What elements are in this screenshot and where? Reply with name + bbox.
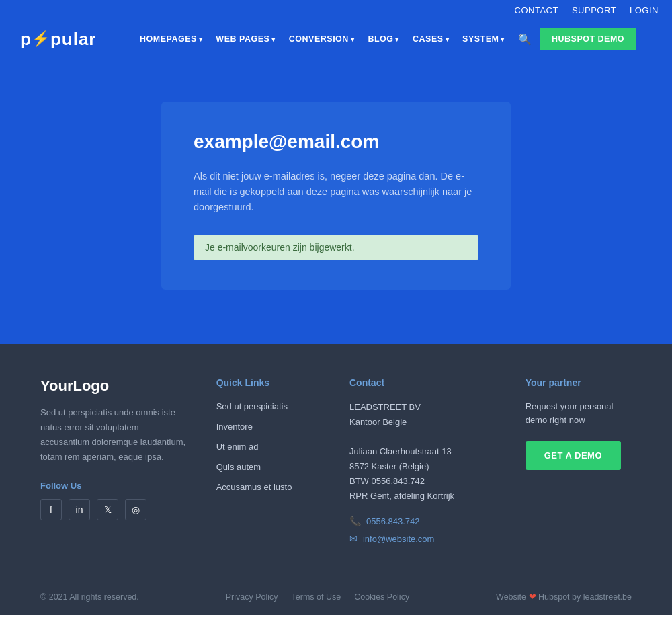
chevron-down-icon: ▾ (271, 36, 276, 43)
footer-bottom-links: Privacy Policy Terms of Use Cookies Poli… (226, 592, 409, 602)
hero-description: Als dit niet jouw e-mailadres is, negeer… (194, 169, 478, 216)
quicklink-4[interactable]: Quis autem (216, 462, 261, 472)
instagram-icon[interactable]: ◎ (125, 499, 146, 520)
terms-of-use-link[interactable]: Terms of Use (292, 592, 341, 602)
nav-homepages[interactable]: HOMEPAGES ▾ (134, 30, 208, 48)
chevron-down-icon: ▾ (199, 36, 203, 43)
footer-partner-text: Website ❤ Hubspot by leadstreet.be (496, 592, 632, 602)
footer: YourLogo Sed ut perspiciatis unde omnis … (0, 344, 672, 616)
chevron-down-icon: ▾ (501, 36, 505, 43)
contact-address: LEADSTREET BV Kantoor Belgie Juliaan Cla… (349, 400, 499, 504)
footer-grid: YourLogo Sed ut perspiciatis unde omnis … (40, 377, 632, 578)
nav-cases[interactable]: CASES ▾ (407, 30, 454, 48)
linkedin-icon[interactable]: in (69, 499, 90, 520)
hero-email: example@email.com (194, 131, 478, 153)
footer-col-partner: Your partner Request your personal demo … (526, 377, 632, 551)
footer-follow-title: Follow Us (40, 481, 190, 491)
email-icon: ✉ (349, 533, 358, 544)
top-bar: CONTACT SUPPORT LOGIN (0, 0, 672, 21)
footer-col-quicklinks: Quick Links Sed ut perspiciatis Inventor… (216, 377, 323, 551)
list-item: Quis autem (216, 461, 323, 473)
cookies-policy-link[interactable]: Cookies Policy (354, 592, 409, 602)
chevron-down-icon: ▾ (395, 36, 399, 43)
heart-icon: ❤ (529, 592, 538, 602)
footer-col-brand: YourLogo Sed ut perspiciatis unde omnis … (40, 377, 190, 551)
support-link[interactable]: SUPPORT (572, 5, 616, 15)
quicklink-3[interactable]: Ut enim ad (216, 442, 259, 452)
footer-description: Sed ut perspiciatis unde omnis iste natu… (40, 405, 190, 465)
list-item: Accusamus et iusto (216, 481, 323, 493)
list-item: Inventore (216, 420, 323, 432)
partner-title: Your partner (526, 377, 632, 388)
quicklink-1[interactable]: Sed ut perspiciatis (216, 401, 288, 411)
hubspot-demo-button[interactable]: HUBSPOT DEMO (540, 28, 636, 50)
list-item: Ut enim ad (216, 440, 323, 452)
get-demo-button[interactable]: GET A DEMO (526, 441, 621, 470)
nav-conversion[interactable]: CONVERSION ▾ (284, 30, 360, 48)
contact-phone[interactable]: 📞 0556.843.742 (349, 516, 499, 526)
list-item: Sed ut perspiciatis (216, 400, 323, 412)
quicklink-2[interactable]: Inventore (216, 422, 253, 432)
nav-webpages[interactable]: WEB PAGES ▾ (210, 30, 280, 48)
footer-bottom: © 2021 All rights reserved. Privacy Poli… (40, 578, 632, 615)
hero-success-message: Je e-mailvoorkeuren zijn bijgewerkt. (194, 235, 478, 260)
nav-blog[interactable]: BLOG ▾ (362, 30, 405, 48)
quicklink-5[interactable]: Accusamus et iusto (216, 482, 292, 492)
contact-link[interactable]: CONTACT (515, 5, 558, 15)
twitter-icon[interactable]: 𝕏 (97, 499, 118, 520)
quick-links-title: Quick Links (216, 377, 323, 388)
chevron-down-icon: ▾ (446, 36, 450, 43)
quick-links-list: Sed ut perspiciatis Inventore Ut enim ad… (216, 400, 323, 493)
facebook-icon[interactable]: f (40, 499, 62, 520)
nav-system[interactable]: SYSTEM ▾ (457, 30, 510, 48)
hero-card: example@email.com Als dit niet jouw e-ma… (161, 102, 511, 290)
social-icons: f in 𝕏 ◎ (40, 499, 190, 520)
logo[interactable]: p⚡pular (20, 29, 114, 50)
privacy-policy-link[interactable]: Privacy Policy (226, 592, 278, 602)
header: p⚡pular HOMEPAGES ▾ WEB PAGES ▾ CONVERSI… (0, 21, 672, 61)
search-button[interactable]: 🔍 (513, 30, 537, 48)
chevron-down-icon: ▾ (351, 36, 355, 43)
partner-description: Request your personal demo right now (526, 400, 632, 428)
hero-section: example@email.com Als dit niet jouw e-ma… (0, 61, 672, 344)
contact-email[interactable]: ✉ info@website.com (349, 533, 499, 544)
login-link[interactable]: LOGIN (630, 5, 659, 15)
main-nav: HOMEPAGES ▾ WEB PAGES ▾ CONVERSION ▾ BLO… (134, 28, 652, 50)
contact-title: Contact (349, 377, 499, 388)
phone-icon: 📞 (349, 516, 361, 526)
footer-copyright: © 2021 All rights reserved. (40, 592, 139, 602)
footer-col-contact: Contact LEADSTREET BV Kantoor Belgie Jul… (349, 377, 499, 551)
footer-logo: YourLogo (40, 377, 190, 395)
